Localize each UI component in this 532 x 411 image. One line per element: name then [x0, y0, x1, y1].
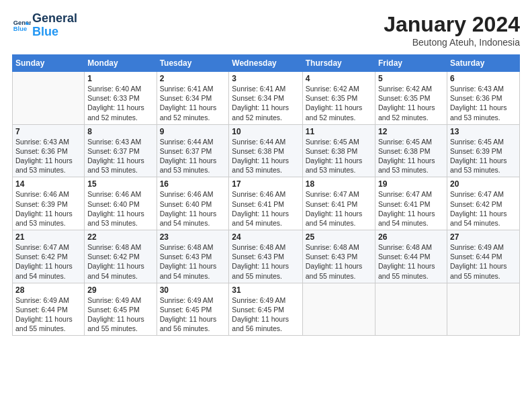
day-cell: 24Sunrise: 6:48 AM Sunset: 6:43 PM Dayli… [229, 230, 302, 283]
logo-blue: Blue [32, 25, 58, 38]
day-number: 9 [160, 127, 226, 136]
day-cell: 5Sunrise: 6:42 AM Sunset: 6:35 PM Daylig… [375, 72, 447, 125]
day-info: Sunrise: 6:45 AM Sunset: 6:39 PM Dayligh… [450, 137, 517, 175]
day-number: 3 [232, 74, 299, 83]
day-info: Sunrise: 6:46 AM Sunset: 6:40 PM Dayligh… [160, 189, 226, 228]
day-cell: 21Sunrise: 6:47 AM Sunset: 6:42 PM Dayli… [13, 230, 85, 283]
day-cell [302, 283, 375, 336]
day-info: Sunrise: 6:46 AM Sunset: 6:40 PM Dayligh… [87, 189, 153, 228]
day-cell: 29Sunrise: 6:49 AM Sunset: 6:45 PM Dayli… [85, 283, 157, 336]
day-number: 25 [306, 232, 372, 242]
day-cell: 9Sunrise: 6:44 AM Sunset: 6:37 PM Daylig… [157, 124, 229, 177]
day-info: Sunrise: 6:49 AM Sunset: 6:44 PM Dayligh… [450, 242, 517, 281]
day-info: Sunrise: 6:42 AM Sunset: 6:35 PM Dayligh… [378, 84, 444, 122]
day-cell [447, 283, 519, 336]
day-info: Sunrise: 6:48 AM Sunset: 6:43 PM Dayligh… [232, 242, 299, 281]
day-cell: 15Sunrise: 6:46 AM Sunset: 6:40 PM Dayli… [85, 177, 157, 230]
day-number: 2 [160, 74, 226, 83]
day-info: Sunrise: 6:47 AM Sunset: 6:42 PM Dayligh… [15, 242, 81, 281]
day-cell: 30Sunrise: 6:49 AM Sunset: 6:45 PM Dayli… [157, 283, 229, 336]
day-number: 20 [450, 179, 517, 189]
day-number: 12 [378, 127, 444, 136]
col-header-wednesday: Wednesday [229, 55, 302, 72]
day-info: Sunrise: 6:47 AM Sunset: 6:41 PM Dayligh… [306, 189, 372, 228]
title-area: January 2024 Beutong Ateuh, Indonesia [384, 12, 520, 48]
month-title: January 2024 [384, 12, 520, 37]
week-row-2: 7Sunrise: 6:43 AM Sunset: 6:36 PM Daylig… [13, 124, 520, 177]
day-info: Sunrise: 6:47 AM Sunset: 6:42 PM Dayligh… [450, 189, 517, 228]
day-cell [375, 283, 447, 336]
day-number: 31 [232, 285, 299, 295]
day-number: 18 [306, 179, 372, 189]
day-info: Sunrise: 6:41 AM Sunset: 6:34 PM Dayligh… [232, 84, 299, 122]
day-number: 26 [378, 232, 444, 242]
day-cell: 31Sunrise: 6:49 AM Sunset: 6:45 PM Dayli… [229, 283, 302, 336]
day-number: 11 [306, 127, 372, 136]
day-cell: 13Sunrise: 6:45 AM Sunset: 6:39 PM Dayli… [447, 124, 519, 177]
day-cell: 27Sunrise: 6:49 AM Sunset: 6:44 PM Dayli… [447, 230, 519, 283]
day-cell: 12Sunrise: 6:45 AM Sunset: 6:38 PM Dayli… [375, 124, 447, 177]
day-cell: 17Sunrise: 6:46 AM Sunset: 6:41 PM Dayli… [229, 177, 302, 230]
day-number: 21 [15, 232, 81, 242]
day-info: Sunrise: 6:43 AM Sunset: 6:36 PM Dayligh… [450, 84, 517, 122]
day-cell: 28Sunrise: 6:49 AM Sunset: 6:44 PM Dayli… [13, 283, 85, 336]
calendar-page: General Blue General Blue January 2024 B… [0, 0, 532, 411]
day-cell [13, 72, 85, 125]
day-number: 30 [160, 285, 226, 295]
day-info: Sunrise: 6:44 AM Sunset: 6:38 PM Dayligh… [232, 137, 299, 175]
day-cell: 6Sunrise: 6:43 AM Sunset: 6:36 PM Daylig… [447, 72, 519, 125]
day-info: Sunrise: 6:48 AM Sunset: 6:44 PM Dayligh… [378, 242, 444, 281]
day-cell: 20Sunrise: 6:47 AM Sunset: 6:42 PM Dayli… [447, 177, 519, 230]
day-cell: 3Sunrise: 6:41 AM Sunset: 6:34 PM Daylig… [229, 72, 302, 125]
col-header-sunday: Sunday [13, 55, 85, 72]
header-row: SundayMondayTuesdayWednesdayThursdayFrid… [13, 55, 520, 72]
day-cell: 1Sunrise: 6:40 AM Sunset: 6:33 PM Daylig… [85, 72, 157, 125]
day-cell: 4Sunrise: 6:42 AM Sunset: 6:35 PM Daylig… [302, 72, 375, 125]
day-cell: 16Sunrise: 6:46 AM Sunset: 6:40 PM Dayli… [157, 177, 229, 230]
day-info: Sunrise: 6:45 AM Sunset: 6:38 PM Dayligh… [378, 137, 444, 175]
day-cell: 23Sunrise: 6:48 AM Sunset: 6:43 PM Dayli… [157, 230, 229, 283]
day-number: 8 [87, 127, 153, 136]
day-number: 10 [232, 127, 299, 136]
day-info: Sunrise: 6:49 AM Sunset: 6:44 PM Dayligh… [15, 295, 81, 334]
svg-text:Blue: Blue [13, 26, 27, 32]
col-header-thursday: Thursday [302, 55, 375, 72]
day-cell: 18Sunrise: 6:47 AM Sunset: 6:41 PM Dayli… [302, 177, 375, 230]
day-info: Sunrise: 6:49 AM Sunset: 6:45 PM Dayligh… [160, 295, 226, 334]
day-number: 17 [232, 179, 299, 189]
day-info: Sunrise: 6:45 AM Sunset: 6:38 PM Dayligh… [306, 137, 372, 175]
day-cell: 8Sunrise: 6:43 AM Sunset: 6:37 PM Daylig… [85, 124, 157, 177]
day-number: 19 [378, 179, 444, 189]
day-number: 1 [87, 74, 153, 83]
day-number: 16 [160, 179, 226, 189]
day-number: 13 [450, 127, 517, 136]
day-info: Sunrise: 6:49 AM Sunset: 6:45 PM Dayligh… [232, 295, 299, 334]
logo-general: General [32, 11, 77, 25]
day-cell: 22Sunrise: 6:48 AM Sunset: 6:42 PM Dayli… [85, 230, 157, 283]
day-info: Sunrise: 6:42 AM Sunset: 6:35 PM Dayligh… [306, 84, 372, 122]
day-info: Sunrise: 6:48 AM Sunset: 6:42 PM Dayligh… [87, 242, 153, 281]
logo-icon: General Blue [12, 16, 31, 35]
day-number: 6 [450, 74, 517, 83]
day-info: Sunrise: 6:46 AM Sunset: 6:39 PM Dayligh… [15, 189, 81, 228]
day-number: 22 [87, 232, 153, 242]
day-number: 14 [15, 179, 81, 189]
day-number: 28 [15, 285, 81, 295]
day-number: 7 [15, 127, 81, 136]
day-cell: 7Sunrise: 6:43 AM Sunset: 6:36 PM Daylig… [13, 124, 85, 177]
header: General Blue General Blue January 2024 B… [12, 12, 520, 48]
day-number: 29 [87, 285, 153, 295]
day-number: 4 [306, 74, 372, 83]
week-row-4: 21Sunrise: 6:47 AM Sunset: 6:42 PM Dayli… [13, 230, 520, 283]
day-cell: 14Sunrise: 6:46 AM Sunset: 6:39 PM Dayli… [13, 177, 85, 230]
day-number: 5 [378, 74, 444, 83]
day-info: Sunrise: 6:43 AM Sunset: 6:37 PM Dayligh… [87, 137, 153, 175]
logo-text: General Blue [32, 12, 77, 39]
col-header-monday: Monday [85, 55, 157, 72]
day-info: Sunrise: 6:47 AM Sunset: 6:41 PM Dayligh… [378, 189, 444, 228]
calendar-table: SundayMondayTuesdayWednesdayThursdayFrid… [12, 54, 520, 336]
day-info: Sunrise: 6:49 AM Sunset: 6:45 PM Dayligh… [87, 295, 153, 334]
week-row-5: 28Sunrise: 6:49 AM Sunset: 6:44 PM Dayli… [13, 283, 520, 336]
logo: General Blue General Blue [12, 12, 77, 39]
day-number: 23 [160, 232, 226, 242]
